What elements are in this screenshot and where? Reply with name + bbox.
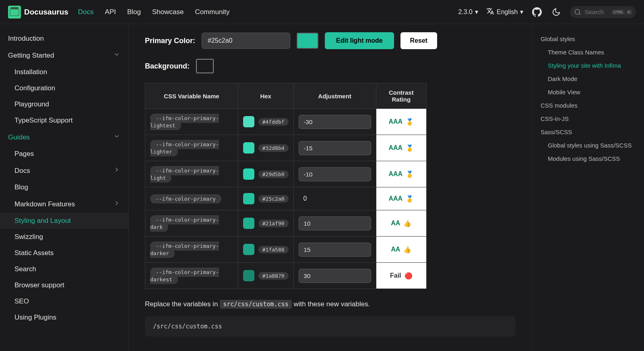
sidebar-item-static-assets[interactable]: Static Assets: [0, 245, 128, 261]
brand-name: Docusaurus: [24, 8, 68, 17]
toc-item[interactable]: CSS-in-JS: [538, 112, 638, 125]
adjustment-static: 0: [293, 187, 376, 210]
contrast-rating: AAA: [388, 144, 402, 152]
table-row: --ifm-color-primary-dark#21af90AA👍: [145, 210, 427, 237]
chevron-right-icon: [113, 199, 120, 209]
css-var-name: --ifm-color-primary-darker: [150, 241, 219, 258]
table-header: Adjustment: [293, 83, 376, 109]
nav-link-docs[interactable]: Docs: [78, 8, 94, 16]
sidebar-item-browser-support[interactable]: Browser support: [0, 277, 128, 293]
primary-color-swatch[interactable]: [297, 33, 318, 49]
chevron-down-icon: ▾: [520, 8, 523, 16]
sidebar-item-blog[interactable]: Blog: [0, 179, 128, 195]
nav-link-community[interactable]: Community: [195, 8, 229, 16]
primary-color-label: Primary Color:: [145, 37, 195, 45]
primary-color-row: Primary Color: Edit light mode Reset: [145, 32, 515, 49]
adjustment-input[interactable]: [299, 141, 371, 155]
toc-item[interactable]: Global styles using Sass/SCSS: [538, 139, 638, 152]
theme-toggle[interactable]: [551, 6, 562, 18]
css-var-name: --ifm-color-primary-darkest: [150, 268, 219, 284]
reset-button[interactable]: Reset: [400, 32, 438, 49]
sidebar-item-swizzling[interactable]: Swizzling: [0, 229, 128, 245]
sidebar-item-configuration[interactable]: Configuration: [0, 80, 128, 96]
svg-point-0: [575, 9, 580, 14]
color-swatch: [243, 244, 254, 255]
sidebar-item-docs[interactable]: Docs: [0, 162, 128, 179]
hex-value: #1fa588: [258, 246, 289, 253]
svg-line-1: [579, 13, 580, 15]
table-row: --ifm-color-primary-light#29d5b0AAA🥇: [145, 161, 427, 187]
adjustment-input[interactable]: [299, 115, 371, 129]
toc-item[interactable]: Mobile View: [538, 85, 638, 99]
github-link[interactable]: [531, 6, 543, 18]
background-row: Background:: [145, 59, 515, 73]
table-row: --ifm-color-primary-darkest#1a8870Fail🔴: [145, 263, 427, 289]
sidebar[interactable]: IntroductionGetting StartedInstallationC…: [0, 24, 129, 351]
search-icon: [574, 8, 581, 16]
contrast-rating: AA: [391, 220, 400, 227]
rating-icon: 🥇: [406, 195, 414, 203]
code-block-title: /src/css/custom.css: [153, 323, 222, 330]
chevron-right-icon: [113, 166, 120, 175]
search-input[interactable]: [584, 8, 609, 15]
hex-value: #4fddbf: [258, 118, 289, 126]
edit-light-mode-button[interactable]: Edit light mode: [325, 32, 394, 49]
sidebar-item-typescript-support[interactable]: TypeScript Support: [0, 112, 128, 129]
sidebar-item-getting-started[interactable]: Getting Started: [0, 47, 128, 64]
table-of-contents: Global stylesTheme Class NamesStyling yo…: [531, 24, 644, 351]
sidebar-item-search[interactable]: Search: [0, 261, 128, 277]
brand-link[interactable]: Docusaurus: [8, 6, 68, 19]
sidebar-item-introduction[interactable]: Introduction: [0, 31, 128, 47]
contrast-rating: Fail: [390, 272, 401, 279]
contrast-rating: AAA: [388, 170, 402, 178]
primary-color-input[interactable]: [202, 33, 290, 49]
code-block: /src/css/custom.css: [145, 316, 515, 336]
color-swatch: [243, 168, 254, 180]
css-var-name: --ifm-color-primary-lighter: [150, 140, 219, 156]
chevron-down-icon: [113, 133, 120, 142]
sidebar-item-markdown-features[interactable]: Markdown Features: [0, 195, 128, 213]
css-var-name: --ifm-color-primary-lightest: [150, 114, 219, 130]
adjustment-input[interactable]: [299, 216, 371, 231]
kbd-hint: CTRL K: [612, 10, 632, 15]
adjustment-input[interactable]: [299, 167, 371, 181]
table-header: Contrast Rating: [376, 83, 426, 109]
nav-link-api[interactable]: API: [105, 8, 116, 16]
rating-icon: 🥇: [406, 144, 414, 152]
sidebar-item-playground[interactable]: Playground: [0, 96, 128, 112]
version-select[interactable]: 2.3.0 ▾: [458, 8, 478, 16]
rating-icon: 👍: [403, 220, 411, 227]
toc-item[interactable]: Global styles: [538, 32, 638, 46]
rating-icon: 👍: [403, 246, 411, 253]
nav-link-blog[interactable]: Blog: [127, 8, 141, 16]
css-var-name: --ifm-color-primary: [150, 194, 221, 204]
toc-item[interactable]: Styling your site with Infima: [538, 59, 638, 72]
rating-icon: 🥇: [406, 118, 414, 126]
toc-item[interactable]: CSS modules: [538, 99, 638, 112]
nav-right: 2.3.0 ▾ English ▾ CTRL K: [458, 6, 636, 18]
contrast-rating: AAA: [388, 195, 402, 202]
toc-item[interactable]: Theme Class Names: [538, 46, 638, 59]
toc-item[interactable]: Sass/SCSS: [538, 125, 638, 139]
sidebar-item-styling-and-layout[interactable]: Styling and Layout: [0, 213, 128, 229]
main-content: Primary Color: Edit light mode Reset Bac…: [129, 24, 531, 351]
adjustment-input[interactable]: [299, 269, 371, 283]
toc-item[interactable]: Modules using Sass/SCSS: [538, 152, 638, 165]
language-select[interactable]: English ▾: [486, 7, 523, 17]
color-swatch: [243, 193, 254, 204]
background-swatch[interactable]: [196, 59, 214, 73]
toc-item[interactable]: Dark Mode: [538, 72, 638, 85]
table-row: --ifm-color-primary-lightest#4fddbfAAA🥇: [145, 109, 427, 135]
sidebar-item-pages[interactable]: Pages: [0, 146, 128, 162]
chevron-down-icon: [113, 51, 120, 60]
adjustment-input[interactable]: [299, 243, 371, 257]
sidebar-item-seo[interactable]: SEO: [0, 293, 128, 309]
sidebar-item-using-plugins[interactable]: Using Plugins: [0, 309, 128, 326]
search-box[interactable]: CTRL K: [570, 6, 636, 18]
nav-link-showcase[interactable]: Showcase: [152, 8, 184, 16]
color-swatch: [243, 142, 254, 154]
sidebar-item-guides[interactable]: Guides: [0, 129, 128, 146]
sidebar-item-installation[interactable]: Installation: [0, 64, 128, 80]
hex-value: #25c2a0: [258, 195, 289, 203]
chevron-down-icon: ▾: [475, 8, 478, 16]
